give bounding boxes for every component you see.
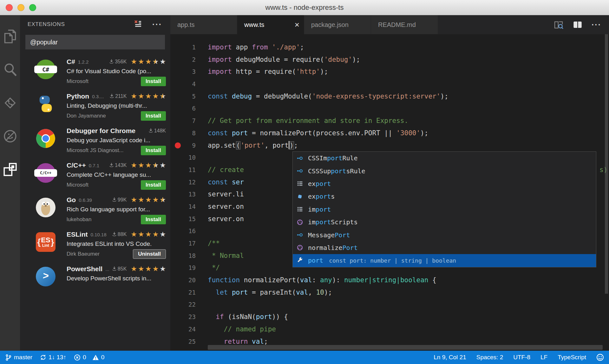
sync-status[interactable]: 1↓ 13↑ xyxy=(40,354,66,361)
close-window-button[interactable] xyxy=(6,4,13,11)
method-icon xyxy=(297,244,308,251)
line-number: 9 xyxy=(170,139,196,152)
editor-more-actions-icon[interactable]: ··· xyxy=(592,23,601,26)
extension-description: Debug your JavaScript code i... xyxy=(67,136,166,145)
extension-name: Go xyxy=(67,196,76,204)
suggestion-item[interactable]: portconst port: number | string | boolea… xyxy=(293,254,596,267)
suggestion-item[interactable]: MessagePort xyxy=(293,228,596,241)
install-button[interactable]: Install xyxy=(141,146,166,155)
breakpoint-dot[interactable] xyxy=(175,142,181,148)
code-line-24: 24 // named pipe xyxy=(170,323,609,335)
activity-item-source-control[interactable] xyxy=(0,87,20,120)
language-mode[interactable]: TypeScript xyxy=(558,354,586,361)
extensions-icon xyxy=(2,162,18,179)
warning-count: 0 xyxy=(101,354,105,361)
code-line-21: 21 let port = parseInt(val, 10); xyxy=(170,286,609,299)
download-count: 85K xyxy=(112,266,127,272)
activity-item-explorer[interactable] xyxy=(0,20,20,54)
star-icon: ★ xyxy=(138,93,144,100)
vertical-scrollbar[interactable] xyxy=(605,34,608,294)
feedback-smiley-icon[interactable] xyxy=(596,354,604,361)
download-icon xyxy=(112,266,117,272)
git-branch-status[interactable]: master xyxy=(5,354,32,361)
status-bar: master 1↓ 13↑ 0 0 Ln 9, Col 21 Spaces: xyxy=(0,351,609,364)
window-title: www.ts - node-express-ts xyxy=(265,3,344,12)
install-button[interactable]: Install xyxy=(141,77,166,86)
encoding-setting[interactable]: UTF-8 xyxy=(513,354,530,361)
line-number: 4 xyxy=(170,78,196,90)
activity-item-debug[interactable] xyxy=(0,120,20,153)
extension-item-cpp[interactable]: C/C++C/C++0.7.1143K★★★★★★Complete C/C++ … xyxy=(20,157,170,192)
suggestion-item[interactable]: CSSImportRule xyxy=(293,152,596,164)
extension-publisher: Don Jayamanne xyxy=(67,113,106,119)
suggestion-label: normalizePort xyxy=(308,244,358,252)
editor-group: app.tswww.ts×package.jsonREADME.md ··· xyxy=(170,15,609,351)
extension-version: 0.6.39 xyxy=(79,197,92,203)
extension-publisher: Microsoft xyxy=(67,182,88,188)
tab-README.md[interactable]: README.md xyxy=(371,15,438,34)
tab-label: README.md xyxy=(378,21,416,29)
module-icon xyxy=(297,206,308,213)
line-number: 2 xyxy=(170,54,196,66)
suggestion-label: MessagePort xyxy=(308,231,350,239)
extension-item-chrome[interactable]: Debugger for Chrome148KDebug your JavaSc… xyxy=(20,123,170,157)
install-button[interactable]: Install xyxy=(141,215,166,224)
reference-icon xyxy=(297,232,308,238)
cursor-position[interactable]: Ln 9, Col 21 xyxy=(434,354,466,361)
tab-www.ts[interactable]: www.ts× xyxy=(237,15,304,34)
minimize-window-button[interactable] xyxy=(17,4,24,11)
extension-item-go[interactable]: Go0.6.3999K★★★★★★Rich Go language suppor… xyxy=(20,192,170,227)
tab-app.ts[interactable]: app.ts xyxy=(170,15,237,34)
eol-setting[interactable]: LF xyxy=(540,354,547,361)
extension-item-powershell[interactable]: >PowerShell...85K★★★★★Develop PowerShell… xyxy=(20,261,170,296)
activity-item-search[interactable] xyxy=(0,54,20,87)
suggestion-item[interactable]: import xyxy=(293,203,596,216)
extension-item-csharp[interactable]: C#C#1.2.2356K★★★★★★C# for Visual Studio … xyxy=(20,54,170,88)
extension-item-python[interactable]: Python0.3....211K★★★★★★Linting, Debuggin… xyxy=(20,88,170,123)
extension-item-eslint[interactable]: {ESLint}ESLint0.10.1888K★★★★★Integrates … xyxy=(20,227,170,261)
rating-stars: ★★★★★ xyxy=(130,265,166,272)
star-icon: ★ xyxy=(160,265,166,272)
code-line-5: 5const debug = debugModule('node-express… xyxy=(170,90,609,103)
code-line-2: 2import debugModule = require('debug'); xyxy=(170,54,609,66)
suggestion-item[interactable]: export xyxy=(293,177,596,190)
star-icon: ★ xyxy=(153,231,159,238)
extension-description: Develop PowerShell scripts in... xyxy=(67,274,166,283)
code-line-23: 23 if (isNaN(port)) { xyxy=(170,311,609,323)
method-icon xyxy=(297,219,308,226)
extension-publisher: Microsoft xyxy=(67,78,88,85)
problems-status[interactable]: 0 0 xyxy=(74,354,104,361)
clear-extensions-input-icon[interactable] xyxy=(133,19,143,30)
chrome-logo-icon xyxy=(36,129,56,148)
extensions-more-actions-icon[interactable]: ··· xyxy=(152,23,162,26)
extension-version: 0.10.18 xyxy=(91,232,107,237)
code-line-4: 4 xyxy=(170,78,609,90)
suggestion-item[interactable]: CSSSupportsRule xyxy=(293,164,596,177)
close-icon[interactable]: × xyxy=(295,22,299,28)
line-number: 1 xyxy=(170,41,196,54)
install-button[interactable]: Install xyxy=(141,111,166,121)
activity-item-extensions[interactable] xyxy=(0,153,20,187)
star-icon: ★★ xyxy=(160,196,166,203)
suggestion-item[interactable]: exports xyxy=(293,190,596,203)
tab-package.json[interactable]: package.json xyxy=(304,15,371,34)
star-icon: ★ xyxy=(153,265,159,272)
line-number: 19 xyxy=(170,262,196,274)
open-preview-icon[interactable] xyxy=(553,20,564,30)
install-button[interactable]: Install xyxy=(141,180,166,190)
line-number: 23 xyxy=(170,311,196,323)
split-editor-icon[interactable] xyxy=(573,20,583,30)
suggestion-item[interactable]: importScripts xyxy=(293,216,596,228)
zoom-window-button[interactable] xyxy=(29,4,36,11)
horizontal-scrollbar[interactable] xyxy=(208,345,603,350)
extensions-search-input[interactable] xyxy=(25,35,165,49)
uninstall-button[interactable]: Uninstall xyxy=(133,249,166,259)
indentation-setting[interactable]: Spaces: 2 xyxy=(476,354,503,361)
extension-name: ESLint xyxy=(67,231,88,238)
extension-publisher: Microsoft JS Diagnost... xyxy=(67,147,124,154)
suggestion-item[interactable]: normalizePort xyxy=(293,241,596,254)
code-editor[interactable]: 1import app from './app';2import debugMo… xyxy=(170,34,609,351)
extension-description: Complete C/C++ language su... xyxy=(67,170,166,180)
wrench-icon xyxy=(297,257,308,264)
line-number: 24 xyxy=(170,323,196,335)
